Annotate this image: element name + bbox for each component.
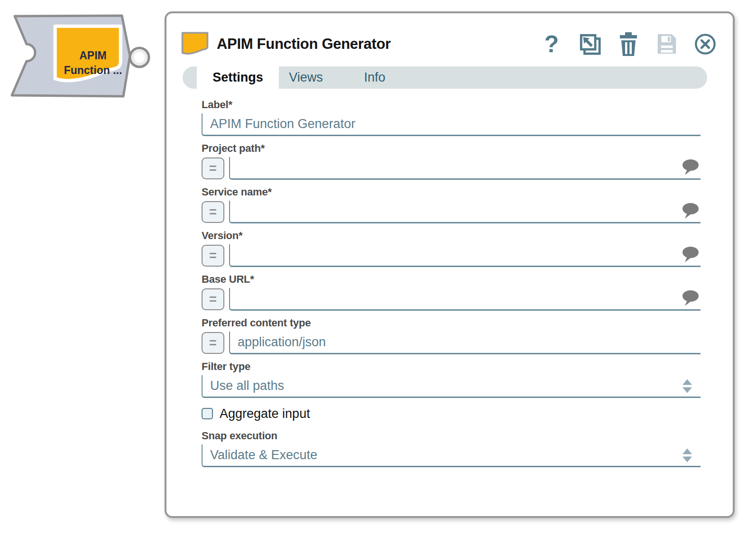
field-snap-execution: Snap execution Validate & Execute <box>202 430 701 467</box>
field-label-caption: Label* <box>202 99 701 111</box>
dialog-title: APIM Function Generator <box>217 36 391 53</box>
expression-toggle[interactable]: = <box>202 332 224 354</box>
open-in-new-button[interactable] <box>579 32 601 56</box>
close-icon <box>694 32 717 56</box>
filter-type-select[interactable]: Use all paths <box>202 375 701 398</box>
field-aggregate-input: Aggregate input <box>202 404 701 423</box>
field-label: Label* APIM Function Generator <box>202 99 701 136</box>
delete-button[interactable] <box>617 32 640 56</box>
equals-icon: = <box>209 337 217 350</box>
field-version: Version* = <box>202 230 701 267</box>
project-path-input[interactable] <box>229 157 701 180</box>
tab-views[interactable]: Views <box>279 66 333 89</box>
open-in-new-icon <box>579 32 601 56</box>
comment-bubble-icon[interactable] <box>682 159 700 178</box>
field-service-name: Service name* = <box>202 186 701 223</box>
field-content-type: Preferred content type = application/jso… <box>202 317 701 354</box>
trash-icon <box>618 31 639 57</box>
equals-icon: = <box>209 162 217 175</box>
tab-bar: Settings Views Info <box>183 66 707 89</box>
content-type-input[interactable]: application/json <box>229 332 701 354</box>
dialog-header: APIM Function Generator ? <box>166 13 733 66</box>
expression-toggle[interactable]: = <box>202 245 224 267</box>
expression-toggle[interactable]: = <box>202 288 224 310</box>
expression-toggle[interactable]: = <box>202 201 224 223</box>
equals-icon: = <box>209 293 217 306</box>
field-base-url: Base URL* = <box>202 273 701 311</box>
snap-settings-dialog: APIM Function Generator ? <box>165 11 735 518</box>
comment-bubble-icon[interactable] <box>682 203 700 222</box>
settings-form: Label* APIM Function Generator Project p… <box>166 89 733 467</box>
save-icon <box>655 32 678 56</box>
help-button[interactable]: ? <box>540 32 563 56</box>
equals-icon: = <box>209 250 217 262</box>
header-actions: ? <box>540 32 717 56</box>
close-button[interactable] <box>694 32 717 56</box>
base-url-input[interactable] <box>229 288 701 311</box>
field-project-path: Project path* = <box>202 142 701 180</box>
snap-node-apim-function-generator[interactable]: APIM Function ... <box>6 9 157 104</box>
save-button[interactable] <box>655 32 678 56</box>
service-name-input[interactable] <box>229 201 701 223</box>
help-icon: ? <box>544 32 559 56</box>
snap-execution-select[interactable]: Validate & Execute <box>202 444 701 467</box>
tab-settings[interactable]: Settings <box>197 66 279 89</box>
snap-doc-icon-small <box>181 31 209 57</box>
aggregate-input-checkbox[interactable] <box>202 408 213 419</box>
expression-toggle[interactable]: = <box>202 157 224 179</box>
snap-node-label: APIM Function ... <box>52 48 134 78</box>
version-input[interactable] <box>229 244 701 267</box>
comment-bubble-icon[interactable] <box>682 290 700 309</box>
select-spinner-icon <box>682 448 692 462</box>
equals-icon: = <box>209 206 217 219</box>
pipeline-canvas: APIM Function ... APIM Function Generato… <box>0 0 756 536</box>
select-spinner-icon <box>682 379 692 393</box>
tab-info[interactable]: Info <box>346 66 403 89</box>
label-input[interactable]: APIM Function Generator <box>202 113 701 136</box>
aggregate-input-label: Aggregate input <box>220 407 310 421</box>
comment-bubble-icon[interactable] <box>682 246 700 265</box>
field-filter-type: Filter type Use all paths <box>202 360 701 398</box>
